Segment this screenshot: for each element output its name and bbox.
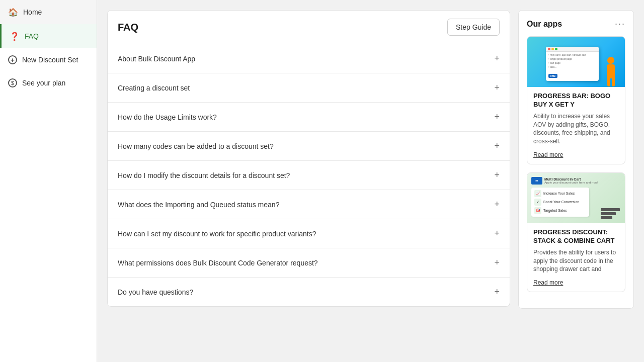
app-card-multi-discount: m Multi Discount in Cart Apply your disc… bbox=[527, 172, 625, 292]
app1-description: Ability to increase your sales AOV by ad… bbox=[533, 112, 619, 146]
faq-expand-icon-about: + bbox=[494, 53, 500, 64]
app2-sub-label: Apply your discount code here and now! bbox=[544, 181, 598, 184]
faq-item-about[interactable]: About Bulk Discount App + bbox=[108, 44, 510, 73]
faq-item-questions[interactable]: Do you have questions? + bbox=[108, 278, 510, 306]
sidebar-item-see-your-plan[interactable]: $ See your plan bbox=[0, 71, 97, 95]
app2-row-3: 🎯 Targeted Sales bbox=[534, 207, 586, 214]
faq-question-importing: What does the Importing and Queued statu… bbox=[118, 201, 279, 209]
apps-header: Our apps ··· bbox=[527, 19, 625, 29]
app2-image: m Multi Discount in Cart Apply your disc… bbox=[527, 173, 625, 223]
faq-item-usage-limits[interactable]: How do the Usage Limits work? + bbox=[108, 103, 510, 132]
app1-title: PROGRESS BAR: BOGO BUY X GET Y bbox=[533, 92, 619, 109]
faq-expand-icon-codes: + bbox=[494, 141, 500, 151]
sidebar: 🏠 Home ❓ FAQ + New Discount Set $ See yo… bbox=[0, 0, 97, 362]
faq-item-modify[interactable]: How do I modify the discount details for… bbox=[108, 161, 510, 190]
faq-question-variants: How can I set my discount to work for sp… bbox=[118, 230, 316, 238]
faq-title: FAQ bbox=[118, 22, 138, 33]
faq-question-modify: How do I modify the discount details for… bbox=[118, 171, 290, 179]
app1-line3: • cart page bbox=[548, 61, 596, 64]
faq-panel: FAQ Step Guide About Bulk Discount App +… bbox=[107, 10, 510, 307]
app1-line2: • single product page bbox=[548, 57, 596, 60]
sidebar-item-label: Home bbox=[23, 8, 42, 16]
plus-circle-icon: + bbox=[8, 55, 17, 64]
apps-panel: Our apps ··· • mini-cart / ajax c bbox=[518, 10, 634, 309]
app2-card-body: PROGRESS DISCOUNT: STACK & COMBINE CART … bbox=[527, 223, 625, 292]
sidebar-item-faq[interactable]: ❓ FAQ bbox=[0, 24, 97, 48]
app1-image: • mini-cart / ajax cart / drawer cart • … bbox=[527, 37, 625, 87]
faq-question-permissions: What permissions does Bulk Discount Code… bbox=[118, 259, 318, 267]
app1-line1: • mini-cart / ajax cart / drawer cart bbox=[548, 53, 596, 56]
home-icon: 🏠 bbox=[8, 7, 18, 17]
dollar-circle-icon: $ bbox=[8, 78, 17, 87]
app2-read-more-link[interactable]: Read more bbox=[533, 279, 563, 286]
app2-bars bbox=[601, 208, 620, 219]
sidebar-item-label: See your plan bbox=[22, 79, 65, 87]
step-guide-button[interactable]: Step Guide bbox=[447, 19, 500, 36]
faq-expand-icon-importing: + bbox=[494, 199, 500, 210]
sidebar-item-home[interactable]: 🏠 Home bbox=[0, 0, 97, 24]
sidebar-item-label: New Discount Set bbox=[22, 56, 78, 64]
faq-item-variants[interactable]: How can I set my discount to work for sp… bbox=[108, 219, 510, 248]
sidebar-item-label: FAQ bbox=[25, 32, 39, 40]
faq-question-usage-limits: How do the Usage Limits work? bbox=[118, 113, 217, 121]
faq-expand-icon-usage-limits: + bbox=[494, 112, 500, 122]
apps-title: Our apps bbox=[527, 20, 562, 29]
faq-question-codes: How many codes can be added to a discoun… bbox=[118, 142, 274, 150]
faq-question-about: About Bulk Discount App bbox=[118, 55, 195, 63]
faq-item-creating[interactable]: Creating a discount set + bbox=[108, 73, 510, 103]
app1-card-body: PROGRESS BAR: BOGO BUY X GET Y Ability t… bbox=[527, 87, 625, 164]
faq-item-importing[interactable]: What does the Importing and Queued statu… bbox=[108, 190, 510, 219]
app1-read-more-link[interactable]: Read more bbox=[533, 151, 563, 158]
app2-header-label: Multi Discount in Cart bbox=[544, 177, 598, 181]
faq-item-codes[interactable]: How many codes can be added to a discoun… bbox=[108, 132, 510, 161]
app2-title: PROGRESS DISCOUNT: STACK & COMBINE CART bbox=[533, 228, 619, 245]
sidebar-item-new-discount-set[interactable]: + New Discount Set bbox=[0, 48, 97, 71]
app1-line4: • also... bbox=[548, 65, 596, 68]
app1-pib-badge: PIB bbox=[548, 74, 557, 78]
faq-expand-icon-creating: + bbox=[494, 82, 500, 93]
faq-item-permissions[interactable]: What permissions does Bulk Discount Code… bbox=[108, 248, 510, 278]
app-card-progress-bar: • mini-cart / ajax cart / drawer cart • … bbox=[527, 36, 625, 164]
app2-mcart-logo: m bbox=[531, 177, 542, 185]
faq-question-questions: Do you have questions? bbox=[118, 288, 193, 296]
apps-more-button[interactable]: ··· bbox=[615, 19, 625, 29]
app1-character bbox=[604, 57, 618, 87]
faq-icon: ❓ bbox=[10, 31, 20, 41]
main-content: FAQ Step Guide About Bulk Discount App +… bbox=[97, 0, 644, 362]
faq-expand-icon-variants: + bbox=[494, 228, 500, 239]
app2-description: Provides the ability for users to apply … bbox=[533, 248, 619, 274]
faq-expand-icon-modify: + bbox=[494, 170, 500, 180]
faq-expand-icon-questions: + bbox=[494, 287, 500, 297]
faq-expand-icon-permissions: + bbox=[494, 257, 500, 268]
app2-row-1: 📈 Increase Your Sales bbox=[534, 190, 586, 197]
faq-header: FAQ Step Guide bbox=[108, 11, 510, 44]
faq-question-creating: Creating a discount set bbox=[118, 84, 190, 92]
app2-row-2: ✓ Boost Your Conversion bbox=[534, 199, 586, 206]
